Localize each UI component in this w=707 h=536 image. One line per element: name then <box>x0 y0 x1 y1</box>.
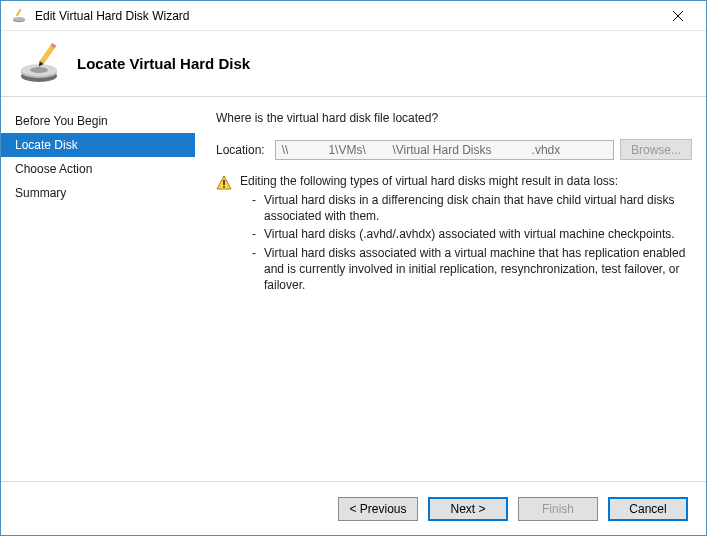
warning-bullet: Virtual hard disks associated with a vir… <box>252 245 692 294</box>
browse-button: Browse... <box>620 139 692 160</box>
warning-icon <box>216 175 232 191</box>
wizard-steps-sidebar: Before You Begin Locate Disk Choose Acti… <box>1 97 196 481</box>
disk-pencil-icon <box>17 40 65 88</box>
warning-lead: Editing the following types of virtual h… <box>240 174 692 188</box>
window-title: Edit Virtual Hard Disk Wizard <box>35 9 190 23</box>
sidebar-item-locate-disk[interactable]: Locate Disk <box>1 133 195 157</box>
wizard-header: Locate Virtual Hard Disk <box>1 31 706 97</box>
wizard-content: Where is the virtual hard disk file loca… <box>196 97 706 481</box>
svg-rect-2 <box>16 8 22 16</box>
title-bar: Edit Virtual Hard Disk Wizard <box>1 1 706 31</box>
finish-button: Finish <box>518 497 598 521</box>
page-title: Locate Virtual Hard Disk <box>77 55 250 72</box>
warning-body: Editing the following types of virtual h… <box>240 174 692 295</box>
next-button[interactable]: Next > <box>428 497 508 521</box>
cancel-button[interactable]: Cancel <box>608 497 688 521</box>
app-icon <box>11 8 27 24</box>
warning-bullet: Virtual hard disks (.avhd/.avhdx) associ… <box>252 226 692 242</box>
close-button[interactable] <box>658 2 698 30</box>
wizard-footer: < Previous Next > Finish Cancel <box>1 481 706 535</box>
svg-point-1 <box>13 17 25 21</box>
sidebar-item-before-you-begin[interactable]: Before You Begin <box>1 109 195 133</box>
warning-bullet: Virtual hard disks in a differencing dis… <box>252 192 692 224</box>
sidebar-item-summary[interactable]: Summary <box>1 181 195 205</box>
warning-bullets: Virtual hard disks in a differencing dis… <box>240 192 692 293</box>
svg-rect-13 <box>223 180 225 185</box>
sidebar-item-choose-action[interactable]: Choose Action <box>1 157 195 181</box>
previous-button[interactable]: < Previous <box>338 497 418 521</box>
location-row: Location: Browse... <box>216 139 692 160</box>
location-label: Location: <box>216 143 265 157</box>
location-input[interactable] <box>275 140 614 160</box>
prompt-text: Where is the virtual hard disk file loca… <box>216 111 692 125</box>
warning-block: Editing the following types of virtual h… <box>216 174 692 295</box>
svg-rect-14 <box>223 186 225 188</box>
wizard-body: Before You Begin Locate Disk Choose Acti… <box>1 97 706 481</box>
svg-point-8 <box>30 67 48 73</box>
